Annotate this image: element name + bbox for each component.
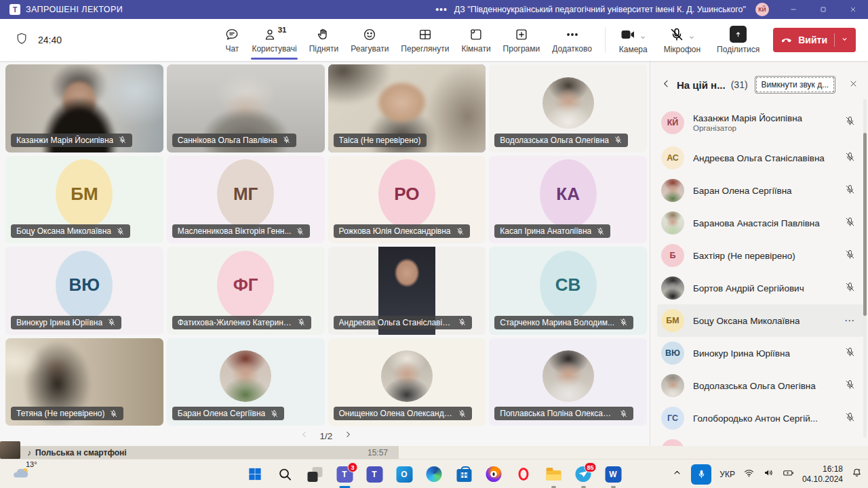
mic-off-icon[interactable] [840,216,860,230]
scrollbar-thumb[interactable] [863,133,867,316]
edge-taskbar-icon[interactable] [425,465,443,483]
toolbar-tab-react[interactable]: Реагувати [344,19,395,61]
camera-button[interactable]: Камера [612,19,654,61]
close-window-button[interactable] [838,0,868,19]
user-avatar[interactable]: КЙ [755,3,769,16]
toolbar-tab-raise-hand[interactable]: Підняти [303,19,345,61]
tray-chevron-up-icon[interactable] [671,467,683,481]
participant-row[interactable]: Бортов Андрій Сергійович [657,272,864,304]
participant-row[interactable]: ГСГолобородько Антон Сергій... [657,402,864,434]
start-taskbar-icon[interactable] [246,465,264,483]
mic-off-icon[interactable] [840,184,860,198]
participant-row[interactable]: Водолазська Ольга Олегівна [657,369,864,402]
panel-back-icon[interactable] [661,79,671,92]
telegram-taskbar-icon[interactable]: 85 [574,465,593,483]
share-button[interactable]: Поділитися [710,19,766,61]
mic-off-button[interactable]: Мікрофон [657,19,707,61]
participant-name: Касап Ірина Анатоліївна [500,226,591,236]
chevron-down-icon[interactable] [688,33,696,43]
participant-row[interactable]: ББахтіяр (Не перевірено) [657,239,864,272]
participant-name: Водолазська Ольга Олегівна [693,381,816,391]
mute-all-button[interactable]: Вимкнути звук д... [755,76,836,94]
notification-bell-icon[interactable]: z [851,467,863,481]
sidebar-scrollbar[interactable] [863,99,867,438]
word-taskbar-icon[interactable]: W [604,465,623,483]
participant-tile[interactable]: Поплавська Поліна Олександ... [489,338,647,426]
mic-off-icon[interactable] [840,115,860,129]
explorer-taskbar-icon[interactable] [545,465,563,483]
volume-icon[interactable] [763,467,774,481]
task-view-taskbar-icon[interactable] [306,465,324,483]
mic-off-icon[interactable] [840,281,860,296]
maximize-button[interactable] [808,0,838,19]
store-taskbar-icon[interactable] [455,465,473,483]
leave-chevron-down-icon[interactable] [840,35,849,45]
participant-tile[interactable]: Андреєва Ольга Станіславівна [328,247,486,335]
teams-classic-taskbar-icon[interactable]: T [366,465,384,483]
participant-tile[interactable]: Тетяна (Не перевірено) [5,338,163,426]
participant-tile[interactable]: ФГФатихова-Жиленко Катерина... [167,247,325,335]
participant-tile[interactable]: Водолазська Ольга Олегівна [489,64,647,152]
participant-row[interactable]: КЙКазанжи Марія ЙосипівнаОрганізатор [657,103,864,142]
mic-off-icon[interactable] [840,249,860,263]
mic-off-icon[interactable] [840,346,860,361]
tile-name-label: Боцу Оксана Миколаївна [11,224,130,238]
participant-row[interactable]: ВЮВинокур Ірина Юріївна [657,337,864,369]
mic-off-icon[interactable] [840,379,860,393]
participant-tile[interactable]: СВСтарченко Марина Володим... [489,247,647,335]
participant-tile[interactable]: Баран Олена Сергіївна [167,338,325,426]
mic-off-icon[interactable] [840,151,860,165]
opera-taskbar-icon[interactable] [515,465,533,483]
participant-tile[interactable]: Таіса (Не перевірено) [328,64,486,152]
outlook-taskbar-icon[interactable]: O [395,465,414,483]
participant-tile[interactable]: ВЮВинокур Ірина Юріївна [5,247,163,335]
toolbar-tab-apps[interactable]: Програми [497,19,547,61]
leave-button[interactable]: Вийти [773,28,856,52]
page-previous-icon[interactable] [300,430,309,442]
tile-name-label: Винокур Ірина Юріївна [11,316,121,329]
participant-initials-avatar: ВЮ [661,342,684,365]
wifi-icon[interactable] [743,467,755,481]
teams-taskbar-icon[interactable]: T3 [336,465,354,483]
minimize-button[interactable] [778,0,808,19]
page-next-icon[interactable] [343,430,353,442]
share-icon [730,26,747,43]
participant-initials-avatar: АС [661,146,684,169]
battery-icon[interactable] [783,467,794,481]
chevron-down-icon[interactable] [639,33,647,43]
taskbar-clock[interactable]: 16:18 04.10.2024 [802,464,843,485]
toolbar-tab-people[interactable]: 31Користувачі [245,19,302,61]
search-taskbar-icon[interactable] [276,465,294,483]
tray-mic-button[interactable] [691,464,711,485]
mic-off-icon [297,318,306,327]
toolbar-tab-more[interactable]: Додатково [546,19,598,61]
weather-widget[interactable]: 13° [11,460,52,483]
participant-tile[interactable]: Онищенко Олена Олександр... [328,338,486,426]
participant-tile[interactable]: БМБоцу Оксана Миколаївна [5,156,163,244]
titlebar-more-icon[interactable]: ••• [435,4,448,15]
participant-row[interactable]: Баран Олена Сергіївна [657,174,864,207]
toolbar-tab-rooms[interactable]: Кімнати [455,19,496,61]
participant-tile[interactable]: РОРожкова Юлія Олександрівна [328,156,486,244]
participant-tile[interactable]: Казанжи Марія Йосипівна [5,64,163,152]
participant-tile[interactable]: КАКасап Ірина Анатоліївна [489,156,647,244]
participant-row[interactable]: АСАндреєва Ольга Станіславівна [657,142,864,174]
panel-close-icon[interactable] [848,79,859,92]
svg-text:z: z [859,468,861,472]
participant-tile[interactable]: Саннікова Ольга Павлівна [167,64,325,152]
participant-photo-avatar [661,374,684,397]
participant-row[interactable]: БМБоцу Оксана Миколаївна⋯ [657,304,864,337]
background-window-peek[interactable]: ♪ Польська н смартфоні 15:57 [0,446,399,459]
more-options-icon[interactable]: ⋯ [840,314,860,327]
toolbar-tab-chat[interactable]: Чат [218,19,245,61]
participant-initials-avatar: СВ [540,251,597,320]
participant-row[interactable] [657,434,864,446]
avast-taskbar-icon[interactable] [485,465,503,483]
participant-tile[interactable]: МГМасленникова Вікторія Генн... [167,156,325,244]
participant-name: Саннікова Ольга Павлівна [178,136,277,145]
mic-off-icon[interactable] [840,411,860,426]
toolbar-tab-view[interactable]: Переглянути [395,19,455,61]
participant-name: Тетяна (Не перевірено) [16,409,104,418]
participant-row[interactable]: Баранова Анастасія Павлівна [657,207,864,239]
language-indicator[interactable]: УКР [719,470,735,479]
